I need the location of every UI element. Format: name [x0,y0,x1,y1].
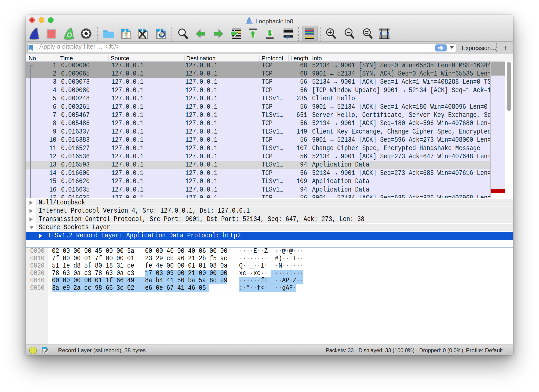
svg-text:01110: 01110 [122,36,128,38]
